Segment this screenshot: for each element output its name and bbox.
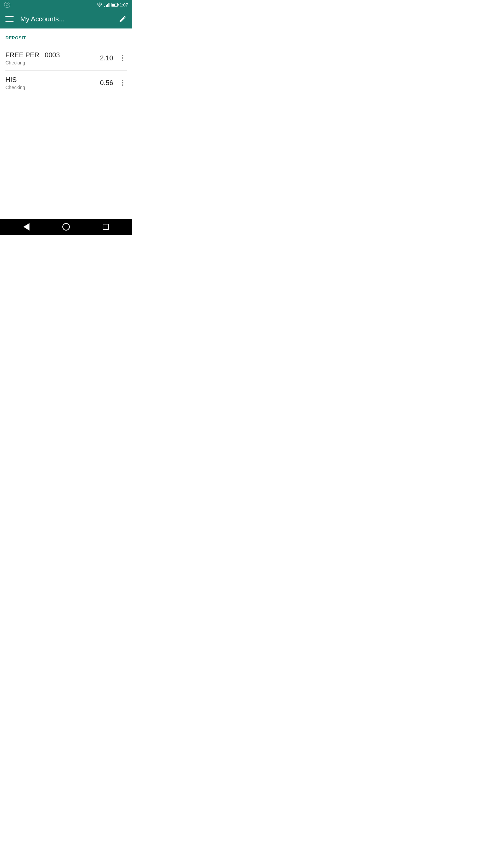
- more-dot-5: [122, 82, 123, 83]
- logo-icon: [4, 2, 10, 8]
- signal-bar-2: [106, 5, 107, 7]
- wifi-icon: [97, 2, 102, 7]
- more-menu-0[interactable]: [119, 52, 127, 64]
- account-number-0: 0003: [45, 51, 60, 59]
- account-name-0: FREE PER: [5, 51, 39, 59]
- spacer: [0, 157, 132, 219]
- status-time: 1:07: [120, 2, 128, 7]
- battery-fill: [112, 4, 115, 6]
- signal-bar-4: [108, 3, 109, 7]
- menu-line-3: [5, 21, 14, 22]
- status-bar: 1:07: [0, 0, 132, 9]
- section-deposit-label: DEPOSIT: [5, 35, 127, 40]
- menu-button[interactable]: [5, 15, 14, 23]
- status-bar-right: 1:07: [97, 2, 128, 7]
- account-type-0: Checking: [5, 60, 100, 65]
- recents-button[interactable]: [96, 220, 116, 234]
- more-dot-6: [122, 84, 123, 86]
- edit-icon: [119, 15, 127, 23]
- account-balance-1: 0.56: [100, 79, 113, 87]
- battery-icon: [111, 3, 118, 7]
- signal-bar-1: [104, 6, 105, 7]
- menu-line-2: [5, 19, 14, 20]
- logo-inner-circle: [6, 3, 8, 6]
- more-dot-3: [122, 60, 123, 61]
- status-bar-left: [4, 2, 10, 8]
- home-button[interactable]: [56, 220, 76, 234]
- more-dot-1: [122, 55, 123, 56]
- app-bar: My Accounts...: [0, 9, 132, 28]
- home-icon: [62, 223, 70, 231]
- account-name-1: HIS: [5, 75, 17, 84]
- recents-icon: [103, 224, 109, 230]
- edit-button[interactable]: [119, 15, 127, 23]
- signal-bar-3: [107, 4, 108, 7]
- account-item-1[interactable]: HIS Checking 0.56: [5, 71, 127, 95]
- account-balance-0: 2.10: [100, 54, 113, 62]
- more-dot-4: [122, 80, 123, 81]
- signal-icon: [104, 2, 109, 7]
- account-item-0[interactable]: FREE PER 0003 Checking 2.10: [5, 46, 127, 71]
- account-name-row-1: HIS: [5, 75, 100, 84]
- account-type-1: Checking: [5, 85, 100, 90]
- more-dot-2: [122, 57, 123, 59]
- back-button[interactable]: [16, 220, 37, 234]
- account-name-row-0: FREE PER 0003: [5, 51, 100, 59]
- bottom-nav-bar: [0, 219, 132, 235]
- menu-line-1: [5, 16, 14, 17]
- account-info-1: HIS Checking: [5, 75, 100, 90]
- app-title: My Accounts...: [20, 15, 119, 23]
- back-icon: [23, 223, 29, 231]
- main-content: DEPOSIT FREE PER 0003 Checking 2.10 HIS …: [0, 28, 132, 157]
- more-menu-1[interactable]: [119, 77, 127, 89]
- account-info-0: FREE PER 0003 Checking: [5, 51, 100, 65]
